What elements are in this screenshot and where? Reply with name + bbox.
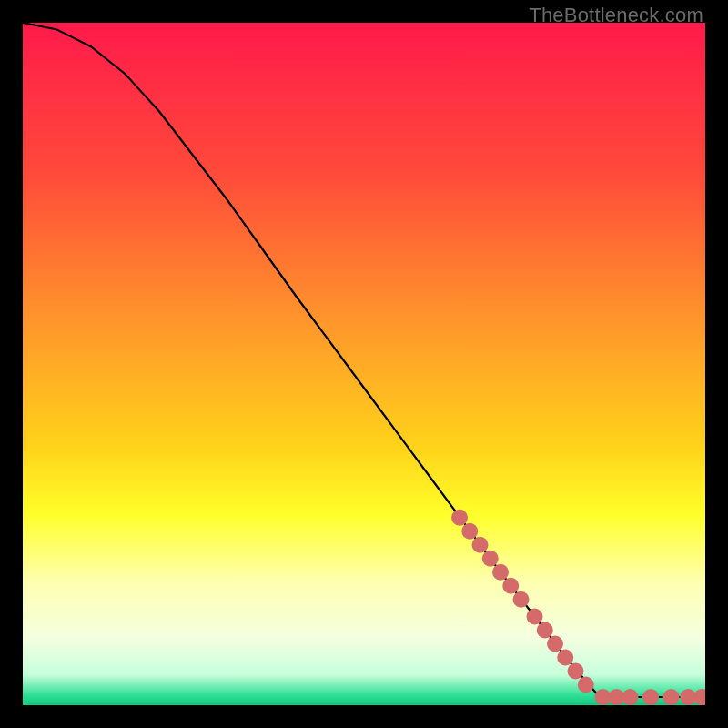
data-dot [557,650,573,666]
data-dot [502,578,519,594]
data-dot [472,537,489,553]
chart-frame: TheBottleneck.com [0,0,728,728]
data-dot [461,523,478,540]
data-dot [568,663,584,680]
data-dot [547,636,563,652]
data-dot [482,551,499,567]
data-dot [513,592,530,608]
data-dot [642,689,659,705]
data-dot [622,689,639,705]
gradient-background [23,23,705,705]
plot-area [23,23,705,705]
data-dot [492,564,509,581]
data-dot [537,622,553,639]
data-dot [527,609,543,625]
data-dot [451,510,468,526]
chart-svg [23,23,705,705]
data-dot [663,689,680,705]
data-dot [578,677,594,693]
